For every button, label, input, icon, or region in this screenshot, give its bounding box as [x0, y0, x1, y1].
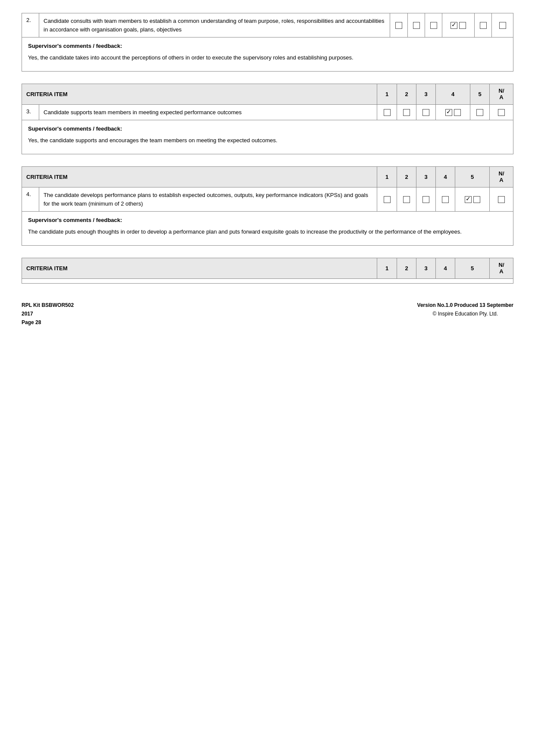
checkbox-4-3[interactable]: [422, 196, 429, 203]
header-col-3-na: N/ A: [489, 84, 513, 104]
checkbox-4-4[interactable]: [442, 196, 449, 203]
comments-text-4: The candidate puts enough thoughts in or…: [28, 228, 507, 237]
header-col-5-2: 2: [397, 258, 416, 278]
checkbox-3-na[interactable]: [498, 109, 505, 116]
checkbox-3-4[interactable]: [445, 109, 452, 116]
checkbox-3-2[interactable]: [403, 109, 410, 116]
checkbox-cell-2-5[interactable]: [474, 13, 491, 37]
checkbox-cell-2-1[interactable]: [390, 13, 407, 37]
page-footer: RPL Kit BSBWOR502 2017 Page 28 Version N…: [22, 301, 513, 327]
checkbox-4-1[interactable]: [384, 196, 391, 203]
checkboxes-row-3: [377, 105, 513, 120]
header-col-4-5: 5: [455, 167, 489, 187]
checkbox-cell-4-1[interactable]: [377, 187, 397, 211]
checkbox-3-5[interactable]: [476, 109, 483, 116]
checkboxes-row-2: [390, 13, 513, 37]
criteria-header-3: CRITERIA ITEM 1 2 3 4 5 N/ A: [22, 84, 513, 105]
checkbox-cell-2-na[interactable]: [491, 13, 513, 37]
section-item4: CRITERIA ITEM 1 2 3 4 5 N/ A 4. The cand…: [22, 166, 513, 246]
checkbox-cell-4-na[interactable]: [489, 187, 513, 211]
header-col-3-1: 1: [377, 84, 397, 104]
header-col-5-5: 5: [455, 258, 489, 278]
checkbox-cell-3-na[interactable]: [489, 105, 513, 120]
checkbox-cell-4-2[interactable]: [397, 187, 416, 211]
comments-section-3: Supervisor's comments / feedback: Yes, t…: [22, 120, 513, 154]
criteria-header-4: CRITERIA ITEM 1 2 3 4 5 N/ A: [22, 167, 513, 187]
header-col-3-3: 3: [416, 84, 435, 104]
header-col-3-2: 2: [397, 84, 416, 104]
checkbox-cell-3-3[interactable]: [416, 105, 435, 120]
checkbox-cell-3-2[interactable]: [397, 105, 416, 120]
checkbox-2-4b[interactable]: [459, 22, 466, 29]
comments-text-3: Yes, the candidate supports and encourag…: [28, 136, 507, 145]
header-col-4-na: N/ A: [489, 167, 513, 187]
checkbox-4-5b[interactable]: [473, 196, 480, 203]
checkbox-cell-4-4[interactable]: [435, 187, 455, 211]
row-text-2: Candidate consults with team members to …: [39, 13, 390, 37]
comments-section-4: Supervisor's comments / feedback: The ca…: [22, 212, 513, 245]
section-item2: 2. Candidate consults with team members …: [22, 13, 513, 72]
checkbox-cell-2-4[interactable]: [442, 13, 474, 37]
header-columns-5: 1 2 3 4 5 N/ A: [377, 258, 513, 278]
checkbox-3-1[interactable]: [384, 109, 391, 116]
checkbox-cell-2-2[interactable]: [407, 13, 425, 37]
row-text-4: The candidate develops performance plans…: [39, 187, 377, 211]
row-number-2: 2.: [22, 13, 39, 37]
section-item5-header: CRITERIA ITEM 1 2 3 4 5 N/ A: [22, 258, 513, 284]
comments-section-2: Supervisor's comments / feedback: Yes, t…: [22, 37, 513, 71]
checkbox-2-1[interactable]: [395, 22, 402, 29]
footer-copyright: © Inspire Education Pty. Ltd.: [417, 309, 513, 318]
checkbox-3-4b[interactable]: [454, 109, 461, 116]
checkbox-4-2[interactable]: [403, 196, 410, 203]
footer-kit-name: RPL Kit BSBWOR502: [22, 301, 74, 309]
header-col-4-3: 3: [416, 167, 435, 187]
header-columns-4: 1 2 3 4 5 N/ A: [377, 167, 513, 187]
criteria-row-3: 3. Candidate supports team members in me…: [22, 105, 513, 121]
header-col-5-1: 1: [377, 258, 397, 278]
footer-left: RPL Kit BSBWOR502 2017 Page 28: [22, 301, 74, 327]
checkbox-2-4[interactable]: [451, 22, 457, 29]
criteria-title-4: CRITERIA ITEM: [22, 167, 377, 187]
criteria-header-5: CRITERIA ITEM 1 2 3 4 5 N/ A: [22, 258, 513, 279]
footer-version: Version No.1.0 Produced 13 September: [417, 301, 513, 309]
footer-page-number: Page 28: [22, 318, 74, 327]
checkbox-cell-2-3[interactable]: [425, 13, 442, 37]
checkbox-2-5[interactable]: [480, 22, 487, 29]
checkboxes-row-4: [377, 187, 513, 211]
criteria-title-3: CRITERIA ITEM: [22, 84, 377, 104]
checkbox-2-na[interactable]: [499, 22, 506, 29]
header-col-5-3: 3: [416, 258, 435, 278]
checkbox-4-na[interactable]: [498, 196, 505, 203]
footer-year: 2017: [22, 309, 74, 318]
checkbox-2-2[interactable]: [413, 22, 420, 29]
row-number-4: 4.: [22, 187, 39, 211]
header-col-3-5: 5: [470, 84, 489, 104]
checkbox-cell-3-4[interactable]: [435, 105, 470, 120]
checkbox-3-3[interactable]: [422, 109, 429, 116]
header-col-4-2: 2: [397, 167, 416, 187]
header-columns-3: 1 2 3 4 5 N/ A: [377, 84, 513, 104]
row-text-3: Candidate supports team members in meeti…: [39, 105, 377, 120]
criteria-title-5: CRITERIA ITEM: [22, 258, 377, 278]
header-col-5-4: 4: [435, 258, 455, 278]
checkbox-cell-4-5[interactable]: [455, 187, 489, 211]
header-col-4-1: 1: [377, 167, 397, 187]
header-col-3-4: 4: [435, 84, 470, 104]
checkbox-4-5[interactable]: [465, 196, 472, 203]
checkbox-cell-3-5[interactable]: [470, 105, 489, 120]
header-col-5-na: N/ A: [489, 258, 513, 278]
comments-label-2: Supervisor's comments / feedback:: [28, 42, 507, 51]
row-number-3: 3.: [22, 105, 39, 120]
footer-right: Version No.1.0 Produced 13 September © I…: [417, 301, 513, 319]
comments-text-2: Yes, the candidate takes into account th…: [28, 53, 507, 62]
checkbox-cell-3-1[interactable]: [377, 105, 397, 120]
comments-label-4: Supervisor's comments / feedback:: [28, 216, 507, 225]
section-item3: CRITERIA ITEM 1 2 3 4 5 N/ A 3. Candidat…: [22, 84, 513, 154]
header-col-4-4: 4: [435, 167, 455, 187]
criteria-row-2: 2. Candidate consults with team members …: [22, 13, 513, 37]
criteria-row-4: 4. The candidate develops performance pl…: [22, 187, 513, 212]
comments-label-3: Supervisor's comments / feedback:: [28, 125, 507, 134]
checkbox-2-3[interactable]: [430, 22, 437, 29]
checkbox-cell-4-3[interactable]: [416, 187, 435, 211]
